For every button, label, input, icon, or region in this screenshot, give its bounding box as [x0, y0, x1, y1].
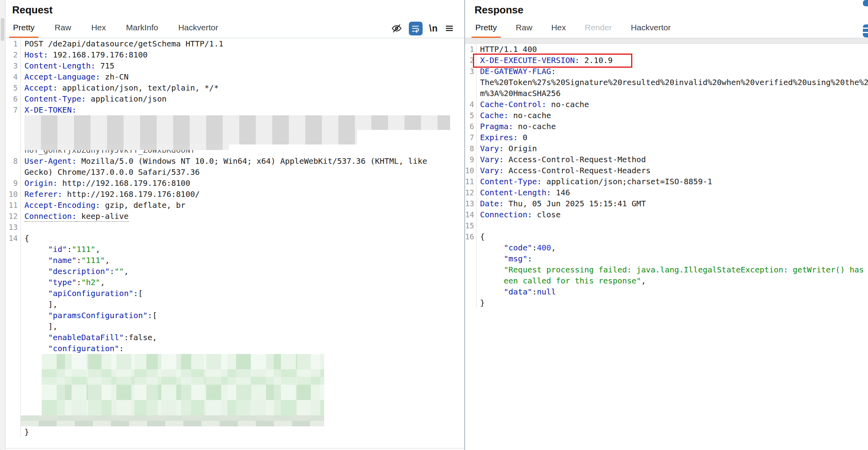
- line-content: "Request processing failed: java.lang.Il…: [476, 264, 868, 275]
- line-number: 14: [465, 209, 476, 220]
- code-segment: :: [67, 244, 72, 254]
- code-segment: HTTP/1.1 400: [480, 44, 537, 55]
- code-segment: zh-CN: [100, 72, 129, 81]
- code-segment: http://192.168.179.176:8100: [57, 178, 190, 188]
- tab-pretty[interactable]: Pretty: [475, 23, 498, 38]
- tab-hackvertor[interactable]: Hackvertor: [177, 23, 219, 38]
- editor-line: 14Connection: close: [465, 209, 868, 220]
- editor-line: 6Content-Type: application/json: [6, 93, 464, 104]
- tab-hex[interactable]: Hex: [90, 23, 107, 38]
- tab-raw[interactable]: Raw: [54, 23, 72, 38]
- editor-line: 3DE-GATEWAY-FLAG:: [465, 66, 868, 77]
- code-segment: Vary:: [480, 166, 504, 175]
- tab-pretty[interactable]: Pretty: [12, 23, 35, 38]
- line-content: X-DE-TOKEN:: [21, 104, 464, 115]
- line-content: [21, 354, 464, 415]
- line-content: {: [476, 231, 868, 242]
- code-segment: [480, 265, 504, 274]
- editor-line: ],: [6, 321, 464, 332]
- request-editor[interactable]: 1POST /de2api/datasource/getSchema HTTP/…: [6, 38, 464, 448]
- line-number: [465, 242, 476, 253]
- clipped-side-button-icon[interactable]: [863, 0, 868, 6]
- tab-markinfo[interactable]: MarkInfo: [125, 23, 159, 38]
- editor-line: "description":"",: [6, 266, 464, 277]
- editor-line: 11Accept-Encoding: gzip, deflate, br: [6, 200, 464, 211]
- line-content: "paramsConfiguration":[: [21, 310, 464, 321]
- editor-line: "configuration":: [6, 343, 464, 354]
- editor-line: 8User-Agent: Mozilla/5.0 (Windows NT 10.…: [6, 156, 464, 167]
- tab-hackvertor[interactable]: Hackvertor: [630, 23, 672, 38]
- editor-line: [6, 115, 464, 130]
- editor-line: 13Date: Thu, 05 Jun 2025 15:15:41 GMT: [465, 198, 868, 209]
- code-segment: :: [76, 278, 81, 287]
- editor-line: 15: [465, 220, 868, 231]
- code-segment: {: [480, 232, 485, 241]
- code-segment: Origin: [504, 144, 537, 153]
- code-segment: no-cache: [547, 100, 589, 109]
- word-wrap-toggle-icon[interactable]: [409, 22, 423, 35]
- line-content: [21, 222, 464, 233]
- editor-line: 9Origin: http://192.168.179.176:8100: [6, 178, 464, 189]
- line-number: 4: [6, 71, 21, 82]
- code-segment: een called for this response": [504, 276, 641, 285]
- editor-line: "data":null: [465, 286, 868, 297]
- code-segment: Pragma:: [480, 122, 513, 131]
- code-segment: [24, 344, 48, 353]
- code-segment: "code": [504, 243, 532, 252]
- code-segment: no-cache: [513, 122, 556, 131]
- scrollbar-thumb[interactable]: [1, 18, 4, 41]
- line-number: 2: [465, 55, 476, 66]
- code-segment: [480, 276, 504, 285]
- newline-chars-toggle[interactable]: \n: [429, 23, 438, 34]
- clipped-side-button-icon[interactable]: [863, 24, 868, 37]
- redacted-pixelated-block: [21, 415, 324, 426]
- code-segment: "Request processing failed: java.lang.Il…: [504, 265, 868, 274]
- code-segment: [24, 244, 48, 254]
- line-number: [6, 277, 21, 288]
- editor-line: 9Vary: Access-Control-Request-Method: [465, 154, 868, 165]
- code-segment: application/json;charset=ISO-8859-1: [542, 177, 712, 186]
- hide-nonprintable-eye-icon[interactable]: [391, 23, 402, 34]
- tab-raw[interactable]: Raw: [515, 23, 533, 38]
- line-content: Connection: keep-alive: [21, 211, 464, 222]
- editor-line: 1POST /de2api/datasource/getSchema HTTP/…: [6, 38, 464, 49]
- editor-line: "Request processing failed: java.lang.Il…: [465, 264, 868, 275]
- code-segment: X-DE-TOKEN:: [24, 105, 76, 115]
- code-segment: ],: [24, 322, 57, 331]
- line-content: Accept-Encoding: gzip, deflate, br: [21, 200, 464, 211]
- line-number: [6, 310, 21, 321]
- line-content: X-DE-EXECUTE-VERSION: 2.10.9: [476, 55, 868, 66]
- editor-top-scroll-strip[interactable]: [465, 38, 868, 44]
- code-segment: Gecko) Chrome/137.0.0.0 Safari/537.36: [24, 167, 200, 177]
- code-segment: http://192.168.179.176:8100/: [62, 189, 199, 199]
- line-content: "description":"",: [21, 266, 464, 277]
- code-segment: "111": [81, 256, 105, 265]
- code-segment: Vary:: [480, 155, 504, 164]
- editor-line: "paramsConfiguration":[: [6, 310, 464, 321]
- editor-menu-icon[interactable]: [445, 24, 454, 33]
- editor-line: 7X-DE-TOKEN:: [6, 104, 464, 115]
- code-segment: "msg": [504, 254, 527, 263]
- line-content: ],: [21, 321, 464, 332]
- editor-line: "id":"111",: [6, 244, 464, 255]
- editor-line: 10Referer: http://192.168.179.176:8100/: [6, 189, 464, 200]
- code-segment: Access-Control-Request-Method: [504, 155, 646, 164]
- code-segment: [24, 278, 48, 287]
- line-number: [6, 321, 21, 332]
- line-number: 6: [465, 121, 476, 132]
- code-segment: [24, 311, 48, 320]
- editor-line: 4Cache-Control: no-cache: [465, 99, 868, 110]
- line-content: Vary: Access-Control-Request-Headers: [476, 165, 868, 176]
- line-content: een called for this response",: [476, 275, 868, 286]
- code-segment: DE-GATEWAY-FLAG:: [480, 67, 556, 76]
- code-segment: :: [532, 287, 537, 296]
- line-number: [6, 354, 21, 415]
- code-segment: X-DE-EXECUTE-VERSION:: [480, 56, 580, 65]
- response-editor[interactable]: 1HTTP/1.1 4002X-DE-EXECUTE-VERSION: 2.10…: [465, 38, 868, 450]
- tab-hex[interactable]: Hex: [550, 23, 567, 38]
- line-content: "id":"111",: [21, 244, 464, 255]
- line-number: 13: [6, 222, 21, 233]
- editor-line: 14{: [6, 233, 464, 244]
- editor-line: "msg":: [465, 253, 868, 264]
- line-content: [21, 415, 464, 426]
